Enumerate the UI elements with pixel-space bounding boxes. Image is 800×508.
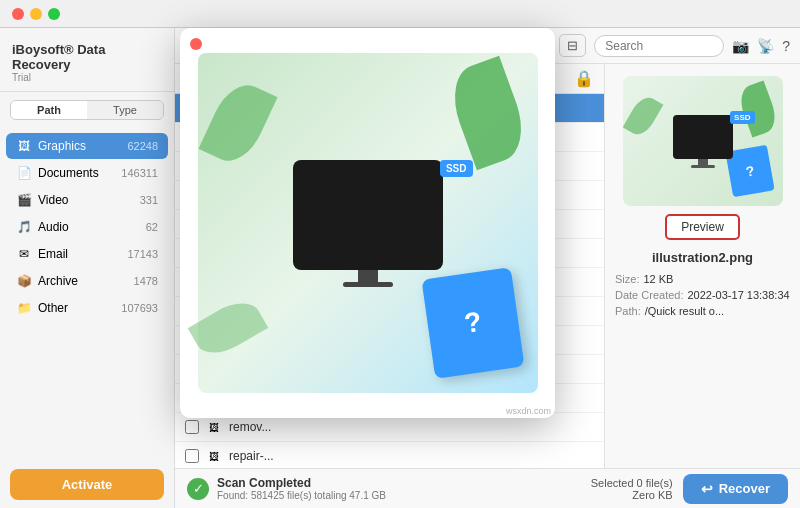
sidebar-item-count: 62248 [127, 140, 158, 152]
sidebar-item-count: 1478 [134, 275, 158, 287]
sidebar-item-label: Graphics [38, 139, 127, 153]
sidebar-item-count: 17143 [127, 248, 158, 260]
large-imac-screen: SSD [293, 160, 443, 270]
help-button[interactable]: ? [782, 38, 790, 54]
sidebar-item-archive[interactable]: 📦 Archive 1478 [6, 268, 168, 294]
maximize-button[interactable] [48, 8, 60, 20]
sidebar-item-label: Archive [38, 274, 134, 288]
recover-button[interactable]: ↩ Recover [683, 474, 788, 504]
sidebar-item-graphics[interactable]: 🖼 Graphics 62248 [6, 133, 168, 159]
imac-screen: SSD [673, 115, 733, 159]
path-label: Path: [615, 305, 641, 317]
recover-arrow-icon: ↩ [701, 481, 713, 497]
large-imac-stand [358, 270, 378, 282]
size-label: Size: [615, 273, 639, 285]
scan-detail: Found: 581425 file(s) totaling 47.1 GB [217, 490, 591, 501]
search-input[interactable] [594, 35, 724, 57]
tab-type[interactable]: Type [87, 101, 163, 119]
bottom-bar: ✓ Scan Completed Found: 581425 file(s) t… [175, 468, 800, 508]
preview-thumbnail: SSD ? [623, 76, 783, 206]
size-value: 12 KB [643, 273, 673, 285]
preview-button[interactable]: Preview [665, 214, 740, 240]
overlay-image: SSD ? [198, 53, 538, 393]
leaf-decoration-2 [623, 93, 663, 140]
imac-illustration: SSD [673, 115, 733, 168]
large-leaf-1 [442, 56, 533, 170]
sidebar-item-count: 107693 [121, 302, 158, 314]
watermark: wsxdn.com [506, 406, 551, 416]
large-imac-base [343, 282, 393, 287]
scan-info: Scan Completed Found: 581425 file(s) tot… [217, 476, 591, 501]
graphics-icon: 🖼 [16, 138, 32, 154]
sidebar-item-count: 331 [140, 194, 158, 206]
camera-button[interactable]: 📷 [732, 38, 749, 54]
date-value: 2022-03-17 13:38:34 [687, 289, 789, 301]
large-leaf-2 [198, 76, 277, 170]
archive-icon: 📦 [16, 273, 32, 289]
title-bar [0, 0, 800, 28]
file-date-row: Date Created: 2022-03-17 13:38:34 [615, 289, 790, 301]
date-label: Date Created: [615, 289, 683, 301]
video-icon: 🎬 [16, 192, 32, 208]
filter-button[interactable]: ⊟ [559, 34, 586, 57]
sidebar-item-label: Video [38, 193, 140, 207]
ssd-badge: SSD [730, 111, 754, 124]
sidebar-item-email[interactable]: ✉ Email 17143 [6, 241, 168, 267]
sidebar-item-count: 62 [146, 221, 158, 233]
path-value: /Quick result o... [645, 305, 724, 317]
imac-stand [698, 159, 708, 165]
overlay-close-button[interactable] [190, 38, 202, 50]
sidebar-items: 🖼 Graphics 62248 📄 Documents 146311 🎬 Vi… [0, 128, 174, 461]
activate-button[interactable]: Activate [10, 469, 164, 500]
sidebar-item-label: Documents [38, 166, 121, 180]
large-leaf-3 [187, 293, 268, 363]
file-name: remov... [229, 420, 364, 434]
traffic-lights [12, 8, 60, 20]
sidebar-header: iBoysoft® Data Recovery Trial [0, 28, 174, 92]
file-checkbox[interactable] [185, 420, 199, 434]
sidebar-item-count: 146311 [121, 167, 158, 179]
app-title: iBoysoft® Data Recovery [12, 42, 162, 72]
other-icon: 📁 [16, 300, 32, 316]
selected-info: Selected 0 file(s) Zero KB [591, 477, 673, 501]
documents-icon: 📄 [16, 165, 32, 181]
app-subtitle: Trial [12, 72, 162, 83]
file-type-icon: 🖼 [205, 447, 223, 465]
wifi-button[interactable]: 📡 [757, 38, 774, 54]
scan-complete-icon: ✓ [187, 478, 209, 500]
sidebar-item-audio[interactable]: 🎵 Audio 62 [6, 214, 168, 240]
sidebar-tabs: Path Type [10, 100, 164, 120]
header-action: 🔒 [574, 69, 594, 88]
recover-label: Recover [719, 481, 770, 496]
sidebar-item-video[interactable]: 🎬 Video 331 [6, 187, 168, 213]
selected-count: Selected 0 file(s) [591, 477, 673, 489]
sidebar: iBoysoft® Data Recovery Trial Path Type … [0, 28, 175, 508]
sidebar-item-label: Audio [38, 220, 146, 234]
file-size-row: Size: 12 KB [615, 273, 790, 285]
large-imac-illustration: SSD [293, 160, 443, 287]
tab-path[interactable]: Path [11, 101, 87, 119]
file-info-name: illustration2.png [652, 250, 753, 265]
email-icon: ✉ [16, 246, 32, 262]
file-name: repair-... [229, 449, 364, 463]
audio-icon: 🎵 [16, 219, 32, 235]
right-panel: SSD ? Preview illustration2.png Size: 12… [605, 64, 800, 468]
sidebar-item-label: Email [38, 247, 127, 261]
image-preview-overlay: SSD ? wsxdn.com [180, 28, 555, 418]
file-type-icon: 🖼 [205, 418, 223, 436]
sidebar-item-label: Other [38, 301, 121, 315]
sidebar-item-documents[interactable]: 📄 Documents 146311 [6, 160, 168, 186]
large-ssd-badge: SSD [440, 160, 473, 177]
file-checkbox[interactable] [185, 449, 199, 463]
selected-size: Zero KB [591, 489, 673, 501]
scan-title: Scan Completed [217, 476, 591, 490]
leaf-decoration-1 [735, 80, 780, 137]
imac-base [691, 165, 715, 168]
close-button[interactable] [12, 8, 24, 20]
file-path-row: Path: /Quick result o... [615, 305, 790, 317]
minimize-button[interactable] [30, 8, 42, 20]
sidebar-item-other[interactable]: 📁 Other 107693 [6, 295, 168, 321]
table-row[interactable]: 🖼 repair-... [175, 442, 604, 468]
